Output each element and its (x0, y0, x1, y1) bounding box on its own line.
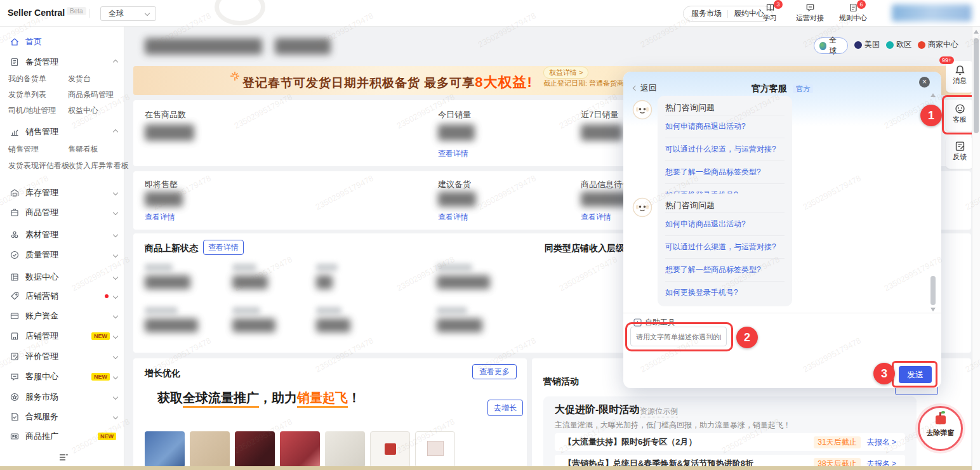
sidebar-item-数据中心[interactable]: 数据中心 (10, 270, 120, 285)
sidebar-subitem-销售管理[interactable]: 销售管理 (8, 144, 39, 157)
sidebar-item-label: 店铺管理 (25, 330, 58, 342)
restock-detail-link[interactable]: 查看详情 (438, 212, 468, 223)
sidebar-item-店铺营销[interactable]: 店铺营销 (10, 289, 120, 304)
bot-avatar (632, 100, 652, 120)
chat-close-button[interactable]: × (919, 77, 930, 88)
activity-deadline-badge: 31天后截止 (814, 436, 860, 448)
stat-onsale-value-blurred (145, 124, 194, 141)
sidebar-subitem-司机/地址管理[interactable]: 司机/地址管理 (8, 105, 56, 118)
rail-feedback-button[interactable]: 反馈 (946, 137, 974, 169)
sidebar-subitem-权益中心[interactable]: 权益中心 (68, 105, 98, 118)
tab-europe[interactable]: 欧区 (886, 39, 911, 50)
faq-question[interactable]: 如何申请商品退出活动? (665, 212, 785, 235)
chat-scroll-down[interactable] (930, 308, 936, 311)
sidebar-item-客服中心[interactable]: 客服中心NEW (10, 369, 120, 384)
sidebar-item-商品推广[interactable]: 商品推广NEW (10, 429, 120, 444)
soldout-detail-link[interactable]: 查看详情 (145, 212, 175, 223)
customer-service-chat-panel: 返回 官方客服 官方 热门咨询问题 如何申请商品退出活动? 可以通过什么渠道，与… (623, 72, 941, 388)
faq-question[interactable]: 想要了解一些商品标签类型? (665, 160, 785, 183)
sidebar-item-商品管理[interactable]: 商品管理 (10, 205, 120, 220)
sidebar-item-销售管理[interactable]: 销售管理 (10, 124, 120, 140)
tab-global[interactable]: 全球 (814, 37, 848, 54)
activity-signup-link[interactable]: 去报名 > (867, 437, 896, 448)
sidebar-item-服务市场[interactable]: 服务市场 (10, 389, 120, 405)
sidebar-item-库存管理[interactable]: 库存管理 (10, 185, 120, 200)
chat-scrollbar-thumb[interactable] (930, 276, 936, 305)
service-market-link[interactable]: 服务市场 (691, 8, 722, 19)
banner-deadline: 截止登记日期: 普通备货商品2 (543, 79, 635, 88)
scrollbar-thumb[interactable] (974, 38, 979, 133)
product-image[interactable] (190, 431, 230, 467)
metric-value-blurred (145, 275, 190, 289)
remove-popup-button[interactable]: 去除弹窗 (918, 406, 963, 451)
learn-button[interactable]: 学习 3 (752, 3, 788, 23)
tab-usa[interactable]: 美国 (854, 39, 880, 50)
faq-question[interactable]: 如何申请商品退出活动? (665, 115, 785, 138)
faq-question[interactable]: 如何更换登录手机号? (665, 281, 785, 304)
rules-center-button[interactable]: 规则中心 6 (835, 3, 871, 23)
sidebar-item-合规服务[interactable]: 合规服务 (10, 409, 120, 424)
benefits-detail-link[interactable]: 权益详情 > (543, 67, 588, 79)
annotation-1: 1 (920, 105, 942, 126)
sidebar-item-label: 账户资金 (25, 310, 58, 322)
sidebar-item-店铺管理[interactable]: 店铺管理NEW (10, 329, 120, 344)
warehouse-icon (10, 188, 20, 198)
sidebar-subitem-发货表现评估看板[interactable]: 发货表现评估看板 (8, 160, 69, 173)
rail-messages-button[interactable]: 消息 99+ (946, 61, 974, 93)
sidebar-subitem-收货入库异常看板[interactable]: 收货入库异常看板 (68, 160, 129, 173)
chevron-up-icon (113, 60, 118, 65)
sidebar-item-label: 素材管理 (25, 229, 58, 240)
sidebar-item-素材管理[interactable]: 素材管理 (10, 227, 120, 242)
review-icon (10, 351, 20, 362)
metric-value-blurred (232, 318, 275, 332)
chevron-down-icon (113, 313, 118, 318)
growth-more-button[interactable]: 查看更多 (472, 364, 517, 379)
account-blurred[interactable] (892, 4, 972, 22)
listing-detail-button[interactable]: 查看详情 (203, 240, 244, 255)
today-sales-detail-link[interactable]: 查看详情 (438, 148, 468, 159)
faq-question[interactable]: 可以通过什么渠道，与运营对接? (665, 235, 785, 258)
sidebar-subitem-售罄看板[interactable]: 售罄看板 (68, 144, 98, 157)
sidebar-item-账户资金[interactable]: 账户资金 (10, 308, 120, 323)
faq-question[interactable]: 想要了解一些商品标签类型? (665, 258, 785, 281)
sidebar-item-label: 评价管理 (25, 351, 58, 362)
ops-contact-button[interactable]: 运营对接 (792, 3, 828, 23)
official-badge: 官方 (793, 84, 813, 93)
listing-title: 商品上新状态 (145, 243, 198, 254)
sidebar-item-首页[interactable]: 首页 (10, 34, 120, 49)
chevron-down-icon (113, 395, 118, 400)
region-select[interactable]: 全球 (100, 6, 156, 21)
info-fix-detail-link[interactable]: 查看详情 (581, 212, 611, 223)
product-image[interactable] (280, 431, 320, 467)
new-badge: NEW (98, 433, 116, 440)
sidebar-item-质量管理[interactable]: 质量管理 (10, 247, 120, 263)
tab-merchant-center[interactable]: 商家中心 (918, 39, 958, 50)
product-image[interactable] (415, 431, 455, 467)
marketing-icon (10, 291, 20, 301)
chevron-down-icon (113, 294, 118, 299)
sidebar-subitem-我的备货单[interactable]: 我的备货单 (8, 74, 46, 86)
activity-card-tag: 资源位示例 (640, 406, 678, 417)
faq-question[interactable]: 可以通过什么渠道，与运营对接? (665, 138, 785, 160)
chat-message-input[interactable] (630, 327, 727, 346)
send-button[interactable]: 发送 (899, 366, 932, 383)
bell-icon (954, 64, 966, 76)
product-image[interactable] (370, 431, 410, 467)
sidebar-collapse-icon[interactable] (58, 453, 69, 464)
growth-cta-button[interactable]: 去增长 (487, 400, 523, 416)
product-image[interactable] (145, 431, 185, 467)
sidebar-item-备货管理[interactable]: 备货管理 (10, 55, 120, 70)
bottom-strip (0, 466, 980, 470)
sidebar-subitem-发货单列表[interactable]: 发货单列表 (8, 89, 46, 102)
sidebar-item-评价管理[interactable]: 评价管理 (10, 349, 120, 364)
browser-scrollbar[interactable] (972, 27, 980, 470)
activity-row[interactable]: 【大流量扶持】限时6折专区（2月） 31天后截止 去报名 > (555, 433, 905, 451)
product-icon (10, 207, 20, 218)
sidebar-subitem-发货台[interactable]: 发货台 (68, 74, 91, 86)
chat-scroll-up[interactable] (930, 93, 936, 97)
sidebar-subitem-商品条码管理[interactable]: 商品条码管理 (68, 89, 114, 102)
compliance-icon (10, 412, 20, 422)
product-image[interactable] (325, 431, 365, 467)
product-image[interactable] (235, 431, 275, 467)
rail-customer-service-button[interactable]: 客服 (946, 100, 974, 131)
